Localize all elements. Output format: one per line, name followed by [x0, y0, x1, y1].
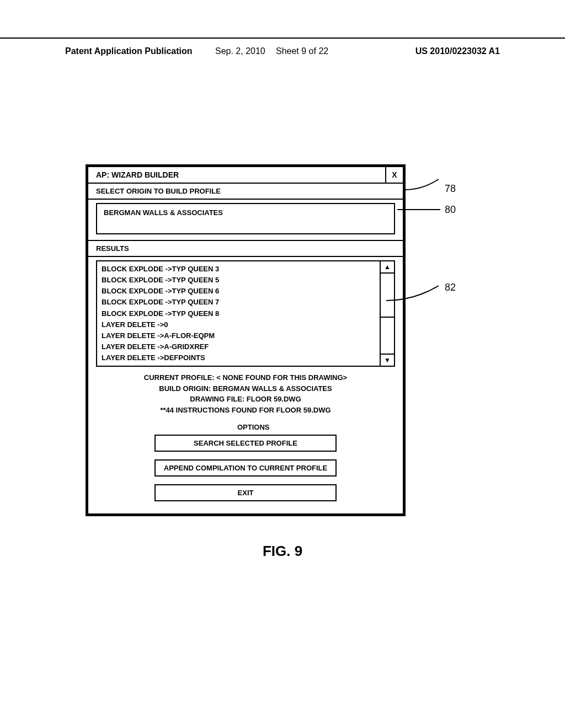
- exit-button[interactable]: EXIT: [154, 484, 337, 501]
- select-origin-label: SELECT ORIGIN TO BUILD PROFILE: [88, 184, 403, 200]
- publication-date: Sep. 2, 2010: [215, 46, 265, 56]
- wizard-builder-dialog: AP: WIZARD BUILDER X SELECT ORIGIN TO BU…: [86, 164, 406, 516]
- results-list[interactable]: BLOCK EXPLODE ->TYP QUEEN 3 BLOCK EXPLOD…: [97, 261, 380, 366]
- list-item[interactable]: BLOCK EXPLODE ->TYP QUEEN 8: [102, 308, 375, 319]
- scroll-up-icon[interactable]: ▲: [381, 261, 394, 274]
- info-block: CURRENT PROFILE: < NONE FOUND FOR THIS D…: [88, 370, 403, 420]
- list-item[interactable]: LAYER DELETE ->DEFPOINTS: [102, 352, 375, 363]
- instruction-count-text: **44 INSTRUCTIONS FOUND FOR FLOOR 59.DWG: [88, 405, 403, 416]
- list-item[interactable]: LAYER DELETE ->A-GRIDXREF: [102, 341, 375, 352]
- sheet-info: Sheet 9 of 22: [276, 46, 328, 56]
- header-divider: [0, 38, 565, 39]
- list-item[interactable]: BLOCK EXPLODE ->TYP QUEEN 5: [102, 275, 375, 286]
- callout-lead-82: [386, 281, 444, 303]
- scroll-track[interactable]: [381, 318, 394, 354]
- list-item[interactable]: LAYER DELETE ->A-FLOR-EQPM: [102, 330, 375, 341]
- callout-lead-80: [397, 204, 444, 215]
- dialog-title: AP: WIZARD BUILDER: [88, 167, 385, 183]
- scroll-down-icon[interactable]: ▼: [381, 354, 394, 366]
- results-panel: BLOCK EXPLODE ->TYP QUEEN 3 BLOCK EXPLOD…: [96, 260, 395, 367]
- append-compilation-button[interactable]: APPEND COMPILATION TO CURRENT PROFILE: [154, 459, 337, 477]
- list-item[interactable]: BLOCK EXPLODE ->TYP QUEEN 7: [102, 297, 375, 308]
- current-profile-text: CURRENT PROFILE: < NONE FOUND FOR THIS D…: [88, 372, 403, 383]
- origin-select[interactable]: BERGMAN WALLS & ASSOCIATES: [96, 203, 395, 234]
- options-label: OPTIONS: [237, 420, 403, 435]
- publication-label: Patent Application Publication: [65, 46, 193, 56]
- drawing-file-text: DRAWING FILE: FLOOR 59.DWG: [88, 394, 403, 405]
- figure-caption: FIG. 9: [0, 543, 565, 560]
- button-stack: SEARCH SELECTED PROFILE APPEND COMPILATI…: [88, 435, 403, 513]
- list-item[interactable]: LAYER DELETE ->0: [102, 319, 375, 330]
- list-item[interactable]: BLOCK EXPLODE ->TYP QUEEN 6: [102, 286, 375, 297]
- callout-78: 78: [445, 183, 456, 195]
- callout-lead-78: [406, 176, 444, 193]
- search-profile-button[interactable]: SEARCH SELECTED PROFILE: [154, 435, 337, 452]
- list-item[interactable]: BLOCK EXPLODE ->TYP QUEEN 3: [102, 264, 375, 275]
- callout-80: 80: [445, 204, 456, 216]
- close-button[interactable]: X: [385, 167, 403, 183]
- build-origin-text: BUILD ORIGIN: BERGMAN WALLS & ASSOCIATES: [88, 383, 403, 394]
- titlebar: AP: WIZARD BUILDER X: [88, 167, 403, 184]
- callout-82: 82: [445, 282, 456, 293]
- scrollbar[interactable]: ▲ ▼: [380, 261, 394, 366]
- publication-number: US 2010/0223032 A1: [415, 46, 500, 56]
- results-label: RESULTS: [88, 240, 403, 257]
